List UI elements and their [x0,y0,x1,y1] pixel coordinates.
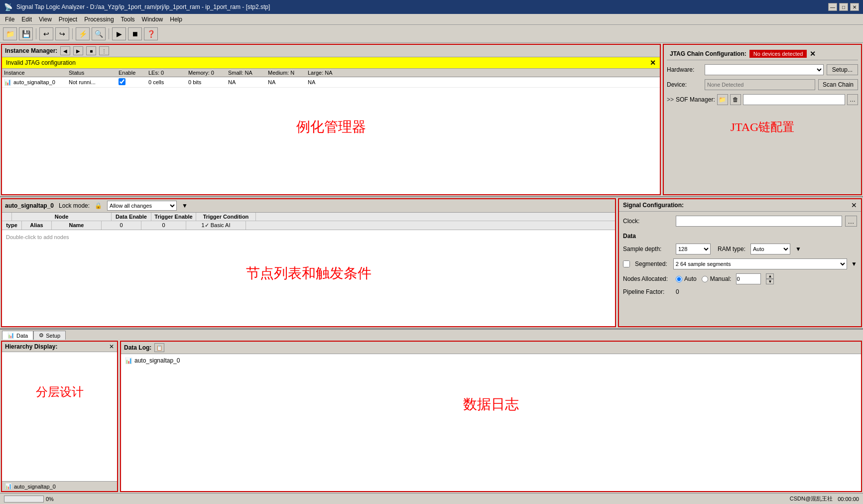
netlist-button[interactable]: ⚡ [76,27,90,40]
open-button[interactable]: 📁 [3,27,17,40]
status-bar: 0% CSDN@混乱王社 00:00:00 [0,493,863,504]
sample-depth-select[interactable]: 128 [676,244,711,254]
toolbar-separator-3 [109,28,109,39]
ram-type-select[interactable]: Auto [750,244,790,254]
hierarchy-display-close[interactable]: ✕ [109,343,114,350]
menu-processing[interactable]: Processing [81,15,117,24]
top-section: Instance Manager: ◀ ▶ ■ ⋮ Invalid JTAG c… [0,43,863,197]
segmented-checkbox[interactable] [623,260,630,267]
sof-browse-button[interactable]: … [847,94,858,105]
manual-value-input[interactable] [736,273,761,284]
run-button[interactable]: ▶ [112,27,126,40]
toolbar-separator-1 [36,28,36,39]
auto-radio-item: Auto [676,275,697,282]
hierarchy-watermark: 分层设计 [4,384,115,400]
jtag-header-row: JTAG Chain Configuration: No devices det… [667,48,858,60]
im-settings-button[interactable]: ⋮ [99,46,109,55]
close-button[interactable]: ✕ [850,3,859,11]
hierarchy-display-title: Hierarchy Display: [5,343,57,350]
sof-file-input[interactable] [743,94,845,105]
segmented-dropdown-icon: ▼ [851,260,857,267]
lock-dropdown-icon: ▼ [182,202,188,209]
signal-config-close[interactable]: ✕ [851,201,857,209]
stop-button[interactable]: ⏹ [128,27,142,40]
menu-window[interactable]: Window [139,15,166,24]
help-button[interactable]: ❓ [144,27,158,40]
undo-button[interactable]: ↩ [39,27,53,40]
manual-up-arrow[interactable]: ▲ [766,273,774,279]
menu-file[interactable]: File [2,15,17,24]
jtag-watermark: JTAG链配置 [667,119,858,135]
manual-down-arrow[interactable]: ▼ [766,279,774,284]
invalid-jtag-bar: Invalid JTAG configuration ✕ [2,57,660,69]
menu-edit[interactable]: Edit [18,15,35,24]
ns-condition: 1✓ Basic AI [186,221,246,230]
segmented-select[interactable]: 2 64 sample segments [673,258,847,269]
tab-setup[interactable]: ⚙ Setup [33,331,66,340]
clock-browse-button[interactable]: … [845,216,857,227]
tr-les: 0 cells [148,79,188,85]
node-instance-name: auto_signaltap_0 [5,202,54,209]
ns-alias: Alias [22,221,52,230]
node-list-header: auto_signaltap_0 Lock mode: 🔒 Allow all … [2,199,615,213]
sof-delete-button[interactable]: 🗑 [730,94,741,105]
setup-tab-icon: ⚙ [39,332,44,339]
instance-table-row[interactable]: 📊 auto_signaltap_0 Not runni... 0 cells … [2,77,660,88]
im-back-button[interactable]: ◀ [60,46,70,55]
node-list-watermark: 节点列表和触发条件 [2,264,615,283]
save-button[interactable]: 💾 [19,27,33,40]
search-nodes-button[interactable]: 🔍 [92,27,106,40]
th-medium: Medium: N [268,70,308,76]
node-list: auto_signaltap_0 Lock mode: 🔒 Allow all … [1,198,616,327]
th-memory: Memory: 0 [188,70,228,76]
manual-radio[interactable] [702,276,708,282]
th-enable: Enable [119,70,148,76]
double-click-hint[interactable]: Double-click to add nodes [2,230,615,244]
sof-folder-button[interactable]: 📁 [717,94,728,105]
minimize-button[interactable]: — [828,3,837,11]
th-instance: Instance [4,70,69,76]
data-log-title: Data Log: [124,344,151,351]
menu-help[interactable]: Help [167,15,185,24]
hardware-select[interactable] [705,64,824,75]
time-label: 00:00:00 [838,496,859,502]
ns-name: Name [52,221,102,230]
im-forward-button[interactable]: ▶ [73,46,83,55]
tr-status: Not runni... [69,79,119,85]
menu-view[interactable]: View [36,15,55,24]
instance-manager-header: Instance Manager: ◀ ▶ ■ ⋮ [2,45,660,57]
menu-project[interactable]: Project [56,15,80,24]
invalid-jtag-close[interactable]: ✕ [650,59,656,67]
clock-input[interactable] [676,216,842,227]
instance-name-text: auto_signaltap_0 [13,79,55,85]
redo-button[interactable]: ↪ [55,27,69,40]
nodes-allocated-label: Nodes Allocated: [623,275,673,282]
data-log-item[interactable]: 📊 auto_signaltap_0 [123,356,859,365]
restore-button[interactable]: □ [839,3,848,11]
data-log: Data Log: 📋 📊 auto_signaltap_0 数据日志 [120,341,862,492]
pipeline-factor-label: Pipeline Factor: [623,288,673,295]
clock-label: Clock: [623,218,673,225]
lock-mode-select[interactable]: Allow all changes [107,201,177,211]
menu-tools[interactable]: Tools [118,15,138,24]
setup-button[interactable]: Setup... [827,64,858,75]
jtag-chain-config: JTAG Chain Configuration: No devices det… [663,44,862,195]
manual-spinbox-arrows[interactable]: ▲ ▼ [766,273,774,284]
data-log-btn[interactable]: 📋 [154,343,164,352]
data-section-label: Data [623,233,636,240]
signal-configuration: Signal Configuration: ✕ Clock: … Data Sa… [618,198,862,327]
tab-data[interactable]: 📊 Data [2,331,33,340]
im-stop-button[interactable]: ■ [86,46,96,55]
ns-type: type [2,221,22,230]
hierarchy-footer: 📊 auto_signaltap_0 [2,481,117,491]
toolbar: 📁 💾 ↩ ↪ ⚡ 🔍 ▶ ⏹ ❓ [0,25,863,43]
nth-node: Node [12,213,112,221]
tr-instance-name: 📊 auto_signaltap_0 [4,79,69,86]
auto-radio[interactable] [676,276,682,282]
tr-enable[interactable] [119,78,148,86]
jtag-config-close[interactable]: ✕ [810,50,816,58]
instance-enable-checkbox[interactable] [119,78,125,85]
data-section-row: Data [623,231,857,240]
scan-chain-button[interactable]: Scan Chain [818,79,858,90]
data-log-item-text: auto_signaltap_0 [134,357,180,364]
